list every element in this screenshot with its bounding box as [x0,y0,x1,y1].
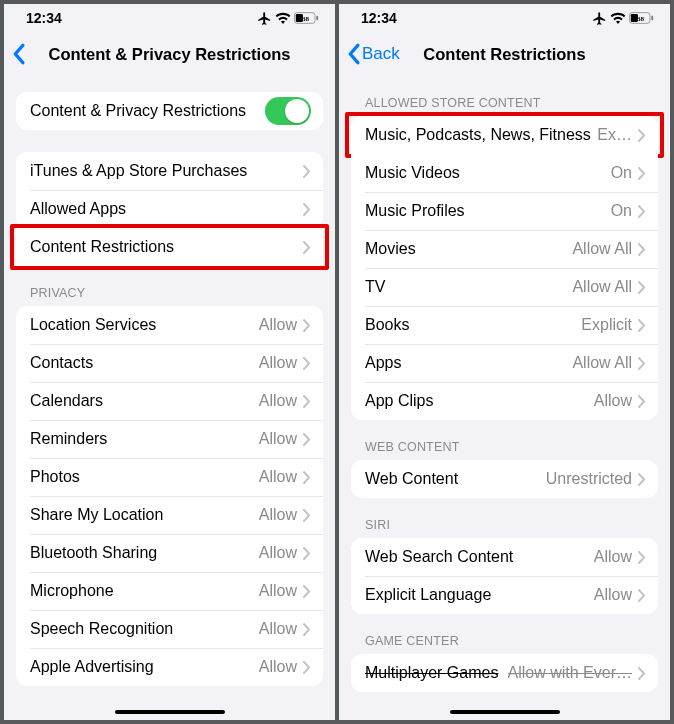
status-time: 12:34 [361,10,397,26]
svg-rect-2 [316,16,318,20]
music-videos-row[interactable]: Music VideosOn [351,154,658,192]
content-privacy-toggle-row[interactable]: Content & Privacy Restrictions [16,92,323,130]
back-label: Back [362,44,400,64]
settings-list[interactable]: ALLOWED STORE CONTENT Music, Podcasts, N… [339,76,670,720]
allowed-store-header: ALLOWED STORE CONTENT [351,76,658,116]
calendars-row[interactable]: CalendarsAllow [16,382,323,420]
chevron-right-icon [303,547,311,560]
contacts-row[interactable]: ContactsAllow [16,344,323,382]
speech-recognition-row[interactable]: Speech RecognitionAllow [16,610,323,648]
web-content-row[interactable]: Web ContentUnrestricted [351,460,658,498]
chevron-left-icon [12,43,25,65]
toggle-group: Content & Privacy Restrictions [16,92,323,130]
toggle-switch-on[interactable] [265,97,311,125]
page-title: Content Restrictions [423,45,585,64]
chevron-right-icon [303,623,311,636]
share-location-row[interactable]: Share My LocationAllow [16,496,323,534]
allowed-apps-row[interactable]: Allowed Apps [16,190,323,228]
chevron-right-icon [303,433,311,446]
chevron-right-icon [638,167,646,180]
music-highlight: Music, Podcasts, News, Fitness Ex… [345,112,664,158]
chevron-right-icon [303,661,311,674]
chevron-right-icon [303,319,311,332]
wifi-icon [610,12,626,24]
chevron-right-icon [303,165,311,178]
home-indicator[interactable] [115,710,225,714]
photos-row[interactable]: PhotosAllow [16,458,323,496]
status-bar: 12:34 38 [4,4,335,32]
apps-row[interactable]: AppsAllow All [351,344,658,382]
chevron-right-icon [638,589,646,602]
web-search-content-row[interactable]: Web Search ContentAllow [351,538,658,576]
chevron-right-icon [638,129,646,142]
privacy-group: Location ServicesAllow ContactsAllow Cal… [16,306,323,686]
main-group: iTunes & App Store Purchases Allowed App… [16,152,323,228]
nav-bar: Back Content Restrictions [339,32,670,76]
music-row[interactable]: Music, Podcasts, News, Fitness Ex… [351,116,658,154]
settings-list[interactable]: Content & Privacy Restrictions iTunes & … [4,76,335,720]
chevron-right-icon [303,241,311,254]
web-header: WEB CONTENT [351,420,658,460]
chevron-right-icon [638,395,646,408]
battery-icon: 38 [629,12,654,24]
siri-header: SIRI [351,498,658,538]
content-restrictions-row[interactable]: Content Restrictions [16,228,323,266]
chevron-right-icon [303,509,311,522]
svg-text:38: 38 [637,15,645,23]
toggle-label: Content & Privacy Restrictions [30,102,265,120]
privacy-header: PRIVACY [16,266,323,306]
chevron-right-icon [303,395,311,408]
chevron-left-icon [347,43,360,65]
nav-bar: Content & Privacy Restrictions [4,32,335,76]
back-button[interactable] [12,43,25,65]
tv-row[interactable]: TVAllow All [351,268,658,306]
multiplayer-games-row[interactable]: Multiplayer GamesAllow with Ever… [351,654,658,692]
apple-advertising-row[interactable]: Apple AdvertisingAllow [16,648,323,686]
siri-group: Web Search ContentAllow Explicit Languag… [351,538,658,614]
app-clips-row[interactable]: App ClipsAllow [351,382,658,420]
chevron-right-icon [638,281,646,294]
page-title: Content & Privacy Restrictions [48,45,290,64]
chevron-right-icon [638,473,646,486]
reminders-row[interactable]: RemindersAllow [16,420,323,458]
chevron-right-icon [303,203,311,216]
status-bar: 12:34 38 [339,4,670,32]
music-profiles-row[interactable]: Music ProfilesOn [351,192,658,230]
chevron-right-icon [303,471,311,484]
svg-text:38: 38 [302,15,310,23]
chevron-right-icon [638,551,646,564]
wifi-icon [275,12,291,24]
status-right: 38 [257,11,319,26]
chevron-right-icon [638,205,646,218]
microphone-row[interactable]: MicrophoneAllow [16,572,323,610]
chevron-right-icon [638,667,646,680]
chevron-right-icon [638,243,646,256]
books-row[interactable]: BooksExplicit [351,306,658,344]
itunes-purchases-row[interactable]: iTunes & App Store Purchases [16,152,323,190]
airplane-icon [592,11,607,26]
game-center-header: GAME CENTER [351,614,658,654]
svg-rect-6 [651,16,653,20]
chevron-right-icon [303,357,311,370]
bluetooth-sharing-row[interactable]: Bluetooth SharingAllow [16,534,323,572]
status-time: 12:34 [26,10,62,26]
status-right: 38 [592,11,654,26]
chevron-right-icon [638,319,646,332]
chevron-right-icon [638,357,646,370]
movies-row[interactable]: MoviesAllow All [351,230,658,268]
content-restrictions-highlight: Content Restrictions [10,224,329,270]
phone-left: 12:34 38 Content & Privacy Restrictions … [4,4,335,720]
web-group: Web ContentUnrestricted [351,460,658,498]
store-group: Music VideosOn Music ProfilesOn MoviesAl… [351,154,658,420]
gc-group: Multiplayer GamesAllow with Ever… [351,654,658,692]
back-button[interactable]: Back [347,43,400,65]
airplane-icon [257,11,272,26]
location-services-row[interactable]: Location ServicesAllow [16,306,323,344]
explicit-language-row[interactable]: Explicit LanguageAllow [351,576,658,614]
phone-right: 12:34 38 Back Content Restrictions ALLOW… [339,4,670,720]
chevron-right-icon [303,585,311,598]
home-indicator[interactable] [450,710,560,714]
battery-icon: 38 [294,12,319,24]
